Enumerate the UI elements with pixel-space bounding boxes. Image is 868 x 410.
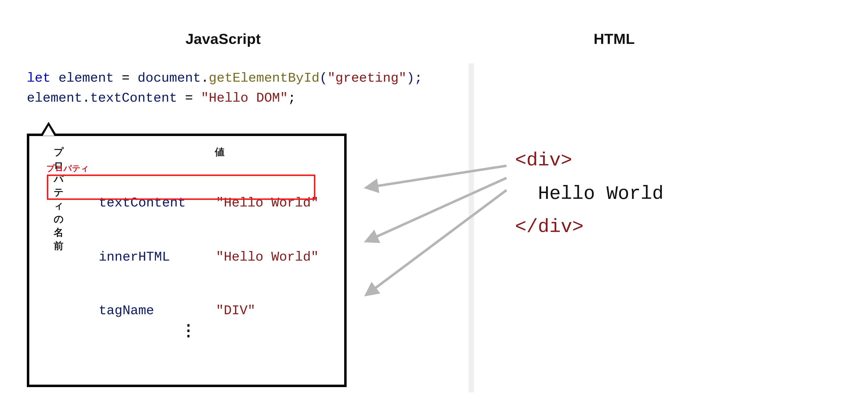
heading-javascript: JavaScript [186, 31, 261, 47]
token-element-var: element [59, 71, 114, 86]
arrow-to-textcontent-icon [366, 166, 506, 188]
html-text-indent [515, 183, 538, 205]
property-value: "Hello World" [216, 196, 318, 210]
arrow-to-innerhtml-icon [366, 178, 506, 241]
token-document: document [138, 71, 201, 86]
html-snippet: <div> Hello World </div> [515, 144, 664, 244]
token-hello-dom-string: "Hello DOM" [201, 91, 288, 106]
property-row-textcontent: textContent"Hello World" [51, 179, 319, 227]
token-let: let [27, 71, 51, 86]
token-get-element-by-id: getElementById [209, 71, 319, 86]
html-text-content: Hello World [538, 183, 664, 205]
token-close-paren-semi: ); [407, 71, 423, 86]
element-properties-box: プロパティの名前 値 プロパティ textContent"Hello World… [27, 134, 347, 387]
html-close-tag: </div> [515, 216, 584, 238]
token-dot: . [201, 71, 209, 86]
property-name: textContent [99, 195, 216, 211]
property-label: プロパティ [46, 163, 89, 174]
arrow-to-tagname-icon [366, 190, 506, 295]
property-name: innerHTML [99, 249, 216, 265]
token-assign: = [114, 71, 137, 86]
property-row-tagname: tagName"DIV" [51, 287, 255, 335]
diagram-canvas: JavaScript HTML let element = document.g… [0, 0, 868, 410]
header-property-value: 値 [215, 145, 224, 159]
token-assign-2: = [177, 91, 201, 106]
property-row-innerhtml: innerHTML"Hello World" [51, 234, 319, 281]
token-open-paren: ( [319, 71, 327, 86]
property-name: tagName [99, 303, 216, 319]
token-element-var-2: element [27, 91, 82, 106]
token-semi: ; [288, 91, 296, 106]
property-value: "Hello World" [216, 250, 318, 265]
html-open-tag: <div> [515, 150, 572, 171]
property-value: "DIV" [216, 303, 255, 318]
heading-html: HTML [594, 31, 635, 47]
token-text-content: textContent [90, 91, 177, 106]
vertical-ellipsis-icon: ⋮ [181, 321, 196, 339]
js-code-snippet: let element = document.getElementById("g… [27, 68, 422, 108]
token-dot-2: . [82, 91, 90, 106]
token-greeting-string: "greeting" [327, 71, 406, 86]
speech-bubble-tail-icon [40, 122, 57, 136]
column-divider [469, 63, 474, 392]
